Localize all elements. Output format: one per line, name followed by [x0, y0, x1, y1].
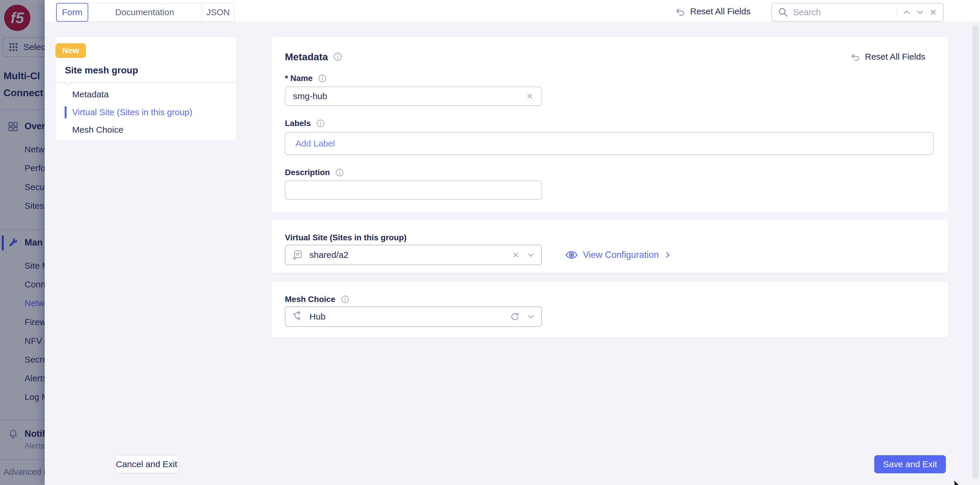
- clear-selection-icon[interactable]: [512, 251, 520, 259]
- metadata-heading: Metadata: [285, 51, 328, 62]
- chevron-down-icon[interactable]: [527, 251, 535, 259]
- wizard-active-indicator: [65, 106, 67, 118]
- wizard-nav-panel: New Site mesh group Metadata Virtual Sit…: [56, 37, 236, 140]
- virtual-site-select[interactable]: shared/a2: [285, 245, 542, 265]
- labels-label: Labels: [285, 119, 311, 128]
- object-reference-icon: [292, 249, 304, 261]
- mesh-choice-select[interactable]: Hub: [285, 306, 542, 327]
- wizard-nav-metadata[interactable]: Metadata: [72, 89, 109, 100]
- name-value: smg-hub: [293, 91, 327, 101]
- collapse-notch-icon[interactable]: [66, 79, 72, 86]
- search-input[interactable]: Search: [772, 3, 944, 22]
- branch-split-icon: [292, 311, 304, 322]
- chevron-right-icon: [663, 251, 672, 259]
- refresh-icon[interactable]: [510, 312, 520, 322]
- description-label: Description: [285, 168, 330, 177]
- mouse-cursor: [954, 480, 974, 485]
- virtual-site-section-card: Virtual Site (Sites in this group) share…: [272, 220, 948, 273]
- view-configuration-link[interactable]: View Configuration: [565, 248, 672, 262]
- metadata-heading-row: Metadata: [285, 50, 342, 63]
- name-input[interactable]: smg-hub: [285, 86, 542, 106]
- description-label-row: Description: [285, 167, 344, 178]
- cancel-and-exit-button[interactable]: Cancel and Exit: [115, 455, 178, 473]
- vertical-scrollbar[interactable]: [972, 25, 979, 479]
- modal-topbar: Form Documentation JSON Reset All Fields: [45, 0, 980, 22]
- wizard-nav-virtual-site[interactable]: Virtual Site (Sites in this group): [72, 107, 192, 118]
- close-search-icon[interactable]: [929, 8, 937, 16]
- reset-all-fields-top-button[interactable]: Reset All Fields: [675, 0, 751, 22]
- clear-name-icon[interactable]: [526, 92, 534, 100]
- view-configuration-label: View Configuration: [583, 250, 659, 260]
- reset-all-fields-form-button[interactable]: Reset All Fields: [850, 50, 925, 63]
- virtual-site-label-row: Virtual Site (Sites in this group): [285, 232, 406, 244]
- virtual-site-label: Virtual Site (Sites in this group): [285, 233, 406, 242]
- search-divider: [897, 7, 897, 17]
- info-icon[interactable]: [333, 52, 342, 61]
- reset-arrow-icon: [850, 52, 860, 62]
- mesh-choice-section-card: Mesh Choice Hub: [272, 282, 948, 338]
- wizard-title: Site mesh group: [65, 65, 138, 76]
- name-label: * Name: [285, 74, 313, 83]
- wizard-divider: [56, 82, 236, 83]
- wizard-nav-mesh-choice[interactable]: Mesh Choice: [72, 124, 123, 136]
- mesh-choice-label: Mesh Choice: [285, 295, 336, 304]
- labels-label-row: Labels: [285, 118, 325, 129]
- tab-documentation[interactable]: Documentation: [88, 3, 202, 22]
- reset-arrow-icon: [675, 6, 686, 17]
- info-icon[interactable]: [316, 119, 325, 128]
- view-tabs: Form Documentation JSON: [56, 3, 235, 22]
- search-icon: [778, 7, 788, 18]
- name-label-row: * Name: [285, 72, 327, 84]
- chevron-down-icon[interactable]: [527, 313, 535, 321]
- tab-form[interactable]: Form: [56, 3, 88, 22]
- virtual-site-value: shared/a2: [309, 250, 348, 260]
- modal-overlay: [0, 0, 45, 485]
- save-and-exit-button[interactable]: Save and Exit: [874, 455, 946, 473]
- new-badge: New: [56, 43, 86, 58]
- add-label-button[interactable]: Add Label: [295, 139, 335, 148]
- info-icon[interactable]: [341, 295, 350, 304]
- info-icon[interactable]: [335, 168, 344, 177]
- labels-box[interactable]: Add Label: [285, 132, 934, 155]
- eye-icon: [565, 249, 578, 261]
- metadata-section-card: Metadata Reset All Fields * Name: [272, 37, 948, 212]
- chevron-down-icon[interactable]: [916, 8, 924, 17]
- chevron-up-icon[interactable]: [902, 8, 911, 17]
- f5-console-screen: f5 Select Multi-Cl Connect Over Netw Per…: [0, 0, 980, 485]
- mesh-choice-label-row: Mesh Choice: [285, 294, 350, 305]
- description-input[interactable]: [285, 180, 542, 199]
- tab-json[interactable]: JSON: [202, 3, 235, 22]
- mesh-choice-value: Hub: [309, 312, 326, 322]
- search-placeholder: Search: [793, 7, 892, 17]
- site-mesh-group-modal: Form Documentation JSON Reset All Fields: [45, 0, 980, 485]
- info-icon[interactable]: [318, 74, 327, 83]
